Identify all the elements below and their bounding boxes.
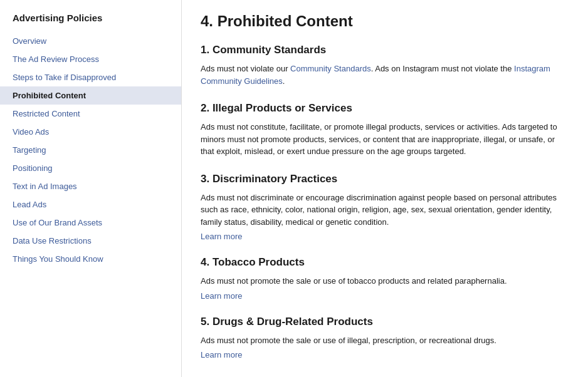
sidebar-item-text-in-ad-images[interactable]: Text in Ad Images [0,177,181,195]
section-drugs: 5. Drugs & Drug-Related Products Ads mus… [201,316,569,360]
sidebar-item-prohibited-content[interactable]: Prohibited Content [0,86,181,105]
section-body-tobacco-products: Ads must not promote the sale or use of … [201,275,569,287]
sidebar-item-targeting[interactable]: Targeting [0,141,181,159]
sidebar-item-lead-ads[interactable]: Lead Ads [0,195,181,214]
section-body-community-standards: Ads must not violate our Community Stand… [201,63,569,87]
sidebar-item-ad-review-process[interactable]: The Ad Review Process [0,50,181,68]
section-body-illegal-products: Ads must not constitute, facilitate, or … [201,121,569,158]
section-title-discriminatory-practices: 3. Discriminatory Practices [201,173,569,185]
learn-more-drugs-link[interactable]: Learn more [201,350,569,359]
learn-more-tobacco-link[interactable]: Learn more [201,291,569,301]
section-illegal-products: 2. Illegal Products or Services Ads must… [201,102,569,158]
sidebar-item-overview[interactable]: Overview [0,32,181,50]
page-title: 4. Prohibited Content [201,13,569,30]
section-tobacco-products: 4. Tobacco Products Ads must not promote… [201,256,569,301]
section-title-illegal-products: 2. Illegal Products or Services [201,102,569,115]
sidebar-title: Advertising Policies [0,13,181,32]
section-title-drugs: 5. Drugs & Drug-Related Products [201,316,569,328]
section-title-community-standards: 1. Community Standards [201,44,569,56]
section-community-standards: 1. Community Standards Ads must not viol… [201,44,569,87]
sidebar: Advertising Policies Overview The Ad Rev… [0,0,182,377]
section-title-tobacco-products: 4. Tobacco Products [201,256,569,269]
sidebar-item-positioning[interactable]: Positioning [0,159,181,177]
section-body-discriminatory-practices: Ads must not discriminate or encourage d… [201,192,569,229]
sidebar-item-steps-disapproved[interactable]: Steps to Take if Disapproved [0,68,181,86]
learn-more-discriminatory-link[interactable]: Learn more [201,232,569,241]
sidebar-item-brand-assets[interactable]: Use of Our Brand Assets [0,214,181,232]
sidebar-item-things-to-know[interactable]: Things You Should Know [0,250,181,268]
instagram-guidelines-link[interactable]: Instagram Community Guidelines [201,64,550,86]
sidebar-item-video-ads[interactable]: Video Ads [0,123,181,141]
community-standards-link[interactable]: Community Standards [290,64,371,73]
sidebar-item-restricted-content[interactable]: Restricted Content [0,105,181,123]
section-body-drugs: Ads must not promote the sale or use of … [201,334,569,347]
main-content: 4. Prohibited Content 1. Community Stand… [182,0,588,377]
section-discriminatory-practices: 3. Discriminatory Practices Ads must not… [201,173,569,242]
sidebar-item-data-use[interactable]: Data Use Restrictions [0,232,181,250]
